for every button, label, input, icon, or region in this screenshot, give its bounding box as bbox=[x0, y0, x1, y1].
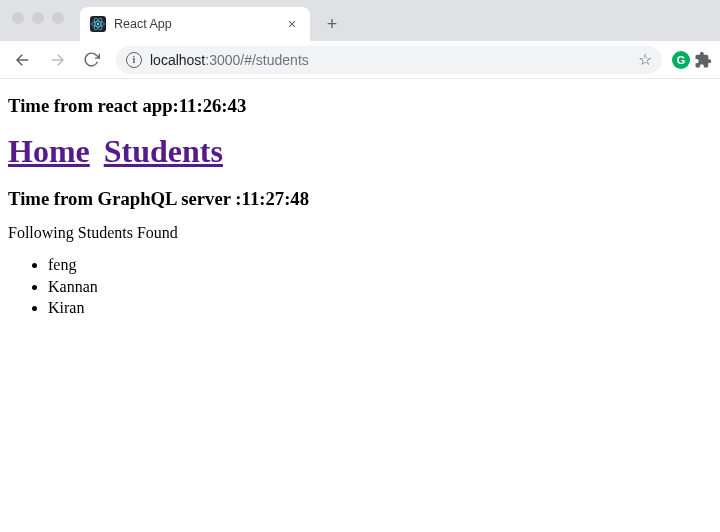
graphql-time-value: 11:27:48 bbox=[242, 188, 309, 209]
extensions-puzzle-icon[interactable] bbox=[694, 51, 712, 69]
browser-toolbar: i localhost:3000/#/students ☆ G bbox=[0, 41, 720, 79]
window-close-dot[interactable] bbox=[12, 12, 24, 24]
back-button[interactable] bbox=[8, 45, 38, 75]
list-item: feng bbox=[48, 254, 712, 276]
nav-links: HomeStudents bbox=[8, 133, 712, 170]
home-link[interactable]: Home bbox=[8, 133, 90, 169]
graphql-time-heading: Time from GraphQL server :11:27:48 bbox=[8, 188, 712, 210]
site-info-icon[interactable]: i bbox=[126, 52, 142, 68]
browser-tab-strip: React App × + bbox=[0, 0, 720, 41]
students-found-text: Following Students Found bbox=[8, 224, 712, 242]
react-favicon-icon bbox=[90, 16, 106, 32]
list-item: Kannan bbox=[48, 276, 712, 298]
graphql-time-label: Time from GraphQL server : bbox=[8, 188, 242, 209]
reload-button[interactable] bbox=[76, 45, 106, 75]
react-time-heading: Time from react app:11:26:43 bbox=[8, 95, 712, 117]
new-tab-button[interactable]: + bbox=[318, 10, 346, 38]
grammarly-extension-icon[interactable]: G bbox=[672, 51, 690, 69]
students-link[interactable]: Students bbox=[104, 133, 223, 169]
close-tab-icon[interactable]: × bbox=[284, 16, 300, 32]
browser-tab[interactable]: React App × bbox=[80, 7, 310, 41]
url-host: localhost bbox=[150, 52, 205, 68]
svg-point-0 bbox=[97, 23, 100, 26]
page-content: Time from react app:11:26:43 HomeStudent… bbox=[0, 79, 720, 327]
student-list: feng Kannan Kiran bbox=[48, 254, 712, 319]
address-bar[interactable]: i localhost:3000/#/students ☆ bbox=[116, 46, 662, 74]
url-path: :3000/#/students bbox=[205, 52, 309, 68]
tab-title: React App bbox=[114, 17, 276, 31]
forward-button[interactable] bbox=[42, 45, 72, 75]
window-maximize-dot[interactable] bbox=[52, 12, 64, 24]
window-minimize-dot[interactable] bbox=[32, 12, 44, 24]
bookmark-star-icon[interactable]: ☆ bbox=[638, 50, 652, 69]
react-time-label: Time from react app: bbox=[8, 95, 179, 116]
list-item: Kiran bbox=[48, 297, 712, 319]
window-controls bbox=[12, 12, 64, 24]
react-time-value: 11:26:43 bbox=[179, 95, 246, 116]
url-text: localhost:3000/#/students bbox=[150, 52, 309, 68]
